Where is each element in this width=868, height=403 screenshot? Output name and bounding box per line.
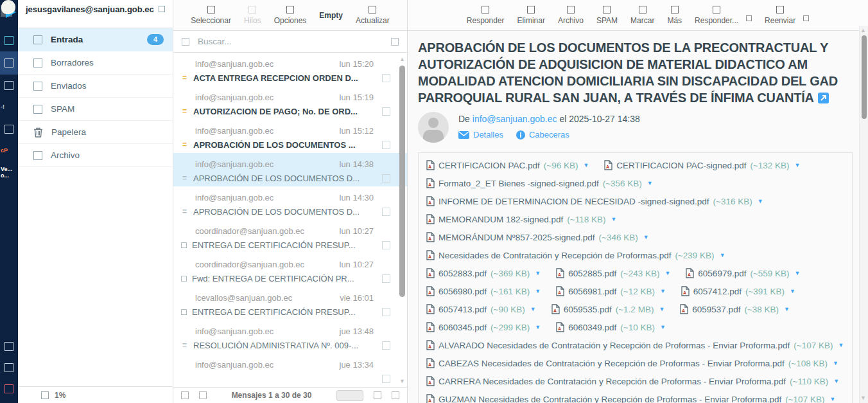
webmail-logo-icon[interactable] — [1, 0, 17, 23]
toolbar-button-reenviar[interactable]: Reenviar — [765, 6, 795, 25]
rail-cpanel-icon[interactable]: cP — [0, 140, 18, 162]
attachment-item[interactable]: ANecesidades de Contratación y Recepción… — [426, 250, 725, 260]
attachment-item[interactable]: AGUZMAN Necesidades de Contratación y Re… — [426, 394, 835, 403]
folder-item-enviados[interactable]: Enviados — [18, 75, 173, 98]
message-row[interactable]: info@sanjuan.gob.ecjue 13:34 — [173, 354, 407, 387]
read-scroll-up-icon[interactable]: ▲ — [860, 28, 866, 33]
folder-item-entrada[interactable]: Entrada4 — [18, 28, 173, 51]
attachment-item[interactable]: A6057412.pdf(~391 KB)▼ — [681, 286, 795, 296]
attachment-dropdown-icon[interactable]: ▼ — [790, 288, 795, 294]
rail-app-1-icon[interactable] — [0, 30, 18, 51]
attachment-dropdown-icon[interactable]: ▼ — [647, 180, 653, 186]
attachment-dropdown-icon[interactable]: ▼ — [664, 270, 670, 276]
attachment-item[interactable]: A6059535.pdf(~1.2 MB)▼ — [551, 304, 665, 314]
message-row[interactable]: info@sanjuan.gob.ecjue 13:48=RESOLUCIÓN … — [173, 320, 407, 354]
attachment-item[interactable]: A6059537.pdf(~38 KB)▼ — [680, 304, 790, 314]
rail-app-2-icon[interactable] — [0, 75, 18, 96]
sender-email-link[interactable]: info@sanjuan.gob.ec — [473, 114, 557, 124]
toolbar-button-empty[interactable]: Empty — [319, 11, 343, 20]
toolbar-button-seleccionar[interactable]: Seleccionar — [191, 6, 231, 25]
list-scroll-up-icon[interactable]: ▲ — [399, 57, 405, 62]
toolbar-button-opciones[interactable]: Opciones — [274, 6, 307, 25]
attachment-dropdown-icon[interactable]: ▼ — [611, 216, 617, 222]
rail-webmail-label[interactable]: Ve... o... — [0, 162, 18, 184]
message-checkbox[interactable] — [382, 241, 390, 249]
message-row[interactable]: info@sanjuan.gob.eclun 15:19=AUTORIZACIO… — [173, 86, 407, 120]
message-checkbox[interactable] — [382, 375, 390, 383]
list-scroll-down-icon[interactable]: ▼ — [399, 379, 405, 384]
attachment-item[interactable]: A6056980.pdf(~161 KB)▼ — [426, 286, 541, 296]
attachment-dropdown-icon[interactable]: ▼ — [660, 288, 666, 294]
attachment-dropdown-icon[interactable]: ▼ — [643, 234, 649, 240]
attachment-dropdown-icon[interactable]: ▼ — [530, 306, 536, 312]
folder-item-archivo[interactable]: Archivo — [18, 144, 173, 167]
toolbar-button-spam[interactable]: SPAM — [596, 6, 618, 25]
open-in-new-window-icon[interactable] — [818, 93, 829, 103]
attachment-item[interactable]: AFormato_2_ET Bienes -signed-signed.pdf(… — [426, 178, 653, 188]
attachment-dropdown-icon[interactable]: ▼ — [659, 306, 664, 312]
message-row[interactable]: info@sanjuan.gob.eclun 15:12=APROBACIÓN … — [173, 120, 407, 153]
attachment-item[interactable]: AMEMORANDUM 182-signed.pdf(~118 KB)▼ — [426, 214, 616, 224]
message-row[interactable]: coordinador@sanjuan.gob.eclun 10:27Fwd: … — [173, 253, 407, 287]
toolbar-button-archivo[interactable]: Archivo — [558, 6, 584, 25]
attachment-item[interactable]: A6056981.pdf(~12 KB)▼ — [556, 286, 666, 296]
rail-glyph-small[interactable]: -! — [0, 96, 18, 118]
rail-bottom-1-icon[interactable] — [0, 336, 18, 357]
message-checkbox[interactable] — [382, 141, 390, 149]
message-checkbox[interactable] — [382, 308, 390, 316]
footer-next-page-icon[interactable] — [374, 391, 381, 399]
dropdown-caret-icon[interactable] — [803, 15, 809, 21]
search-input[interactable] — [196, 36, 384, 47]
attachment-item[interactable]: AMEMORÁNDUM Nº857-2025-signed.pdf(~346 K… — [426, 232, 649, 242]
attachment-dropdown-icon[interactable]: ▼ — [838, 342, 844, 348]
footer-first-page-icon[interactable] — [181, 391, 189, 399]
attachment-item[interactable]: A6057413.pdf(~90 KB)▼ — [426, 304, 536, 314]
rail-app-3-icon[interactable] — [0, 118, 18, 140]
footer-last-page-icon[interactable] — [392, 391, 399, 399]
dropdown-caret-icon[interactable] — [746, 15, 752, 21]
footer-prev-page-icon[interactable] — [199, 391, 207, 399]
search-options-icon[interactable] — [391, 38, 399, 46]
attachment-item[interactable]: ACERTIFICACION PAC.pdf(~96 KB)▼ — [426, 160, 589, 170]
attachment-item[interactable]: AALVARADO Necesidades de Contratación y … — [426, 340, 844, 350]
attachment-item[interactable]: A6052883.pdf(~369 KB)▼ — [426, 268, 541, 278]
attachment-dropdown-icon[interactable]: ▼ — [833, 360, 838, 366]
attachment-dropdown-icon[interactable]: ▼ — [829, 396, 835, 402]
message-checkbox[interactable] — [382, 74, 390, 82]
account-header[interactable]: jesusgavilanes@sanjuan.gob.ec — [18, 0, 173, 28]
message-checkbox[interactable] — [382, 107, 390, 116]
account-collapse-icon[interactable] — [159, 6, 165, 12]
folder-item-papelera[interactable]: Papelera — [18, 121, 173, 144]
search-icon[interactable] — [182, 38, 189, 46]
toolbar-button-responder[interactable]: Responder... — [695, 6, 738, 25]
folder-item-spam[interactable]: SPAM — [18, 98, 173, 121]
attachment-dropdown-icon[interactable]: ▼ — [795, 162, 801, 168]
toolbar-button-marcar[interactable]: Marcar — [630, 6, 654, 25]
message-checkbox[interactable] — [382, 274, 390, 283]
message-row[interactable]: info@sanjuan.gob.eclun 14:30=APROBACIÓN … — [173, 186, 407, 220]
rail-app-mail-icon[interactable] — [0, 51, 18, 75]
read-scroll-down-icon[interactable]: ▼ — [860, 395, 866, 401]
attachment-dropdown-icon[interactable]: ▼ — [758, 198, 763, 204]
attachment-item[interactable]: ACABEZAS Necesidades de Contratación y R… — [426, 358, 838, 368]
attachment-item[interactable]: AINFORME DE DETERMINACION DE NECESIDAD -… — [426, 196, 763, 206]
message-checkbox[interactable] — [382, 341, 390, 350]
message-checkbox[interactable] — [382, 208, 390, 216]
details-button[interactable]: Detalles — [458, 130, 503, 139]
folder-item-borradores[interactable]: Borradores — [18, 51, 173, 75]
message-row[interactable]: info@sanjuan.gob.eclun 15:20=ACTA ENTREG… — [173, 53, 407, 86]
attachment-item[interactable]: A6056979.pdf(~559 KB)▼ — [686, 268, 800, 278]
attachment-item[interactable]: A6052885.pdf(~243 KB)▼ — [556, 268, 670, 278]
attachment-dropdown-icon[interactable]: ▼ — [720, 252, 725, 258]
attachment-dropdown-icon[interactable]: ▼ — [535, 288, 541, 294]
page-number-input[interactable] — [336, 390, 363, 401]
attachment-dropdown-icon[interactable]: ▼ — [583, 162, 589, 168]
attachment-item[interactable]: ACERTIFICACION PAC-signed.pdf(~132 KB)▼ — [604, 160, 800, 170]
attachment-item[interactable]: A6060345.pdf(~299 KB)▼ — [426, 322, 541, 332]
toolbar-button-actualizar[interactable]: Actualizar — [356, 6, 390, 25]
reading-scrollbar[interactable]: ▲ ▼ — [859, 26, 868, 403]
toolbar-button-responder[interactable]: Responder — [467, 6, 505, 25]
toolbar-button-ms[interactable]: Más — [667, 6, 682, 25]
attachment-dropdown-icon[interactable]: ▼ — [535, 270, 541, 276]
headers-button[interactable]: Cabeceras — [516, 130, 569, 139]
